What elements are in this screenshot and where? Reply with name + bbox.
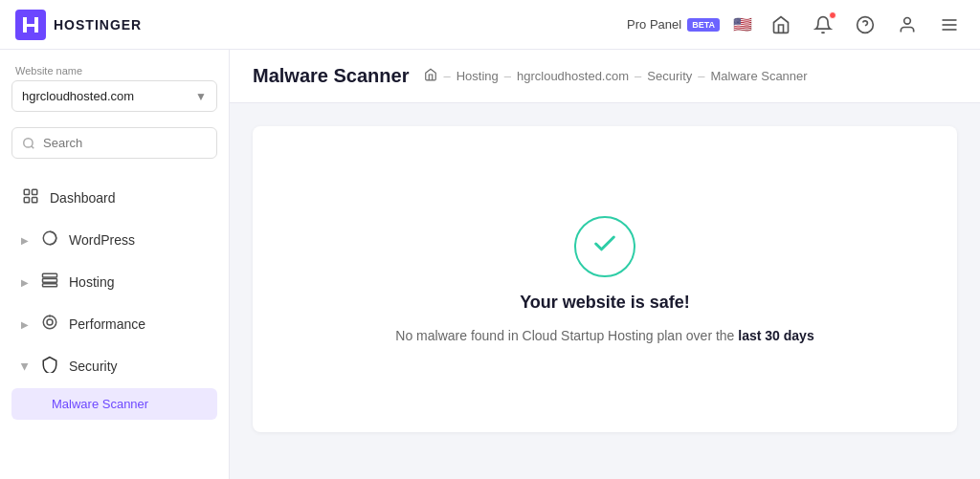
sidebar-sub-item-malware-scanner-label: Malware Scanner — [52, 397, 148, 411]
expand-icon-hosting: ▶ — [21, 277, 29, 288]
svg-point-18 — [47, 319, 53, 325]
breadcrumb-malware-scanner: Malware Scanner — [710, 69, 807, 83]
pro-panel-button[interactable]: Pro Panel BETA — [627, 17, 720, 32]
chevron-down-icon: ▼ — [195, 90, 207, 103]
safe-desc-bold: last 30 days — [738, 328, 813, 343]
header: HOSTINGER Pro Panel BETA 🇺🇸 — [0, 0, 980, 50]
language-flag[interactable]: 🇺🇸 — [731, 17, 754, 33]
safe-desc-prefix: No malware found in Cloud Startup Hostin… — [395, 328, 734, 343]
website-name-label: Website name — [11, 65, 217, 76]
help-icon-button[interactable] — [850, 10, 880, 40]
sidebar-item-dashboard-label: Dashboard — [50, 190, 116, 206]
pro-panel-label: Pro Panel — [627, 17, 681, 32]
sidebar-item-hosting[interactable]: ▶ Hosting — [11, 262, 217, 302]
hosting-icon — [40, 272, 59, 293]
beta-badge: BETA — [687, 18, 720, 32]
notification-dot — [829, 11, 836, 19]
page-title: Malware Scanner — [253, 65, 409, 87]
breadcrumb-sep-1: – — [443, 69, 450, 83]
safe-status-card: Your website is safe! No malware found i… — [253, 126, 957, 432]
safe-icon-circle — [574, 216, 635, 277]
sidebar-item-performance-label: Performance — [69, 316, 145, 332]
performance-icon — [40, 314, 59, 335]
svg-rect-14 — [43, 273, 57, 277]
svg-point-7 — [24, 138, 33, 146]
expand-icon: ▶ — [21, 235, 29, 246]
breadcrumb-home-icon — [424, 68, 437, 84]
breadcrumb-sep-3: – — [635, 69, 641, 83]
page-header: Malware Scanner – Hosting – hgrcloudhost… — [230, 50, 980, 103]
search-box[interactable] — [11, 127, 217, 159]
svg-rect-10 — [33, 189, 37, 194]
nav-items: Dashboard ▶ WordPress ▶ — [11, 178, 217, 420]
content-area: Your website is safe! No malware found i… — [230, 103, 980, 479]
dashboard-icon — [21, 187, 40, 208]
wordpress-icon — [40, 229, 59, 250]
breadcrumb-security: Security — [647, 69, 692, 83]
store-icon-button[interactable] — [766, 10, 796, 40]
svg-rect-15 — [43, 279, 57, 283]
checkmark-icon — [591, 230, 618, 262]
notification-bell-button[interactable] — [808, 10, 838, 40]
sidebar-item-dashboard[interactable]: Dashboard — [11, 178, 217, 218]
search-icon — [22, 137, 35, 150]
breadcrumb: – Hosting – hgrcloudhosted.com – Securit… — [424, 68, 807, 84]
sidebar-item-security[interactable]: ▶ Security — [11, 346, 217, 386]
breadcrumb-sep-4: – — [698, 69, 704, 83]
expand-icon-security: ▶ — [20, 362, 31, 370]
sidebar-item-wordpress[interactable]: ▶ WordPress — [11, 220, 217, 260]
layout: Website name hgrcloudhosted.com ▼ — [0, 50, 980, 479]
logo-text: HOSTINGER — [54, 17, 142, 33]
sidebar-sub-item-malware-scanner[interactable]: Malware Scanner — [11, 388, 217, 420]
main: Malware Scanner – Hosting – hgrcloudhost… — [230, 50, 980, 479]
sidebar-item-performance[interactable]: ▶ Performance — [11, 304, 217, 344]
security-icon — [40, 356, 59, 377]
menu-icon-button[interactable] — [934, 10, 965, 40]
website-selector[interactable]: hgrcloudhosted.com ▼ — [11, 80, 217, 112]
safe-description: No malware found in Cloud Startup Hostin… — [395, 328, 813, 343]
logo[interactable] — [15, 10, 46, 40]
search-input[interactable] — [43, 136, 207, 150]
svg-point-3 — [904, 17, 911, 24]
header-right: Pro Panel BETA 🇺🇸 — [627, 10, 965, 40]
svg-rect-11 — [24, 198, 29, 203]
safe-title: Your website is safe! — [520, 293, 690, 313]
svg-rect-9 — [24, 189, 29, 194]
sidebar-item-wordpress-label: WordPress — [69, 232, 135, 248]
website-selector-value: hgrcloudhosted.com — [22, 89, 134, 103]
svg-rect-16 — [43, 284, 57, 287]
sidebar-item-security-label: Security — [69, 359, 118, 374]
breadcrumb-hosting: Hosting — [457, 69, 499, 83]
breadcrumb-domain: hgrcloudhosted.com — [517, 69, 629, 83]
svg-rect-12 — [33, 198, 37, 203]
logo-area: HOSTINGER — [15, 10, 627, 40]
svg-line-8 — [32, 145, 34, 148]
sidebar: Website name hgrcloudhosted.com ▼ — [0, 50, 230, 479]
user-icon-button[interactable] — [892, 10, 923, 40]
breadcrumb-sep-2: – — [504, 69, 511, 83]
sidebar-item-hosting-label: Hosting — [69, 274, 114, 290]
expand-icon-performance: ▶ — [21, 319, 29, 330]
svg-point-17 — [43, 316, 56, 329]
